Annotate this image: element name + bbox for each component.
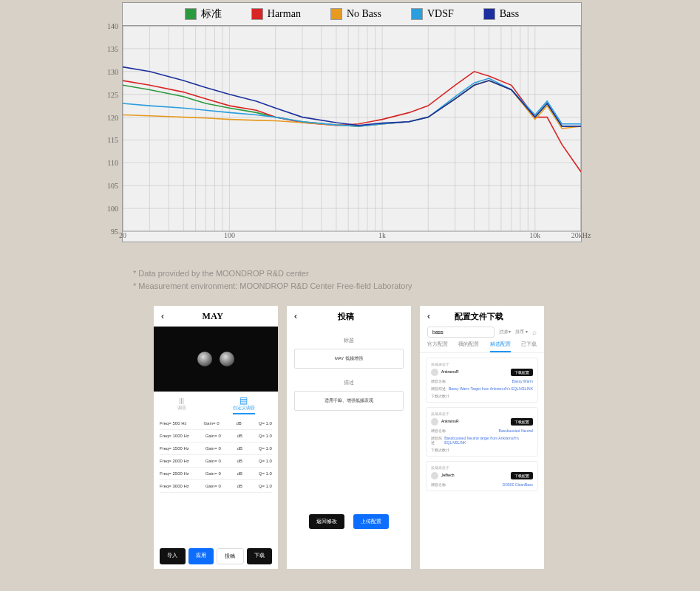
field-label-title: 标题 bbox=[287, 337, 411, 344]
import-button[interactable]: 导入 bbox=[160, 548, 186, 564]
search-input[interactable]: bass bbox=[427, 327, 495, 338]
legend-item: 标准 bbox=[185, 7, 222, 21]
eq-row[interactable]: Freq= 500 HzGain= 0dBQ= 1.0 bbox=[160, 417, 272, 430]
y-tick-label: 120 bbox=[96, 113, 118, 121]
phone-config-download: ‹ 配置文件下载 bass 过滤 ▾ 排序 ▾ ⌕ 官方配置 我的配置 精选配置… bbox=[420, 306, 544, 569]
footnote-line: * Data provided by the MOONDROP R&D cent… bbox=[133, 267, 412, 280]
tab-official[interactable]: 官方配置 bbox=[427, 341, 448, 352]
legend-swatch bbox=[483, 8, 495, 20]
back-edit-button[interactable]: 返回修改 bbox=[309, 514, 344, 529]
app-screenshots: ‹ MAY ⫼ 调音 ▤ 自定义调音 Freq= 500 HzGain= 0dB… bbox=[154, 306, 544, 569]
download-button[interactable]: 下载 bbox=[247, 548, 273, 564]
meta-name-label: 调音名称 bbox=[431, 428, 446, 433]
x-tick-label: 10k bbox=[529, 231, 540, 239]
y-tick-label: 140 bbox=[96, 22, 118, 30]
submit-button[interactable]: 投稿 bbox=[217, 548, 244, 564]
config-card: 投稿来自于AnkramuR下载配置调音名称Bassboosted Neutral… bbox=[426, 407, 538, 457]
eq-row[interactable]: Freq= 2500 HzGain= 0dBQ= 1.0 bbox=[160, 468, 272, 480]
config-cards: 投稿来自于AnkramuR下载配置调音名称Bassy Warm调音简述Bassy… bbox=[420, 358, 544, 491]
legend-label: No Bass bbox=[347, 8, 381, 20]
meta-count-label: 下载次数计 bbox=[431, 448, 449, 452]
avatar bbox=[431, 369, 438, 376]
card-user: Jefftech bbox=[431, 472, 454, 479]
config-tabs: 官方配置 我的配置 精选配置 已下载 bbox=[420, 341, 544, 353]
card-download-button[interactable]: 下载配置 bbox=[511, 418, 533, 426]
gain-value: Gain= 0 bbox=[205, 471, 221, 476]
meta-name-value: Bassy Warm bbox=[512, 379, 533, 383]
y-tick-label: 110 bbox=[96, 159, 118, 167]
legend-swatch bbox=[411, 8, 423, 20]
config-card: 投稿来自于Jefftech下载配置调音名称DD500 CleanBass bbox=[426, 461, 538, 491]
card-download-button[interactable]: 下载配置 bbox=[511, 369, 533, 376]
legend-label: 标准 bbox=[201, 7, 222, 21]
x-tick-label: 1k bbox=[378, 231, 386, 239]
filter-dropdown[interactable]: 过滤 ▾ bbox=[499, 329, 512, 335]
x-tick-label: 20 bbox=[119, 231, 126, 239]
tab-downloaded[interactable]: 已下载 bbox=[521, 341, 537, 352]
x-axis-labels: 201001k10k20kHz bbox=[123, 231, 581, 243]
upload-button[interactable]: 上传配置 bbox=[353, 514, 389, 529]
legend-item: Harman bbox=[251, 8, 301, 20]
meta-name-label: 调音名称 bbox=[431, 379, 446, 383]
meta-count-label: 下载次数计 bbox=[431, 394, 449, 398]
config-card: 投稿来自于AnkramuR下载配置调音名称Bassy Warm调音简述Bassy… bbox=[426, 358, 538, 403]
page-title: 投稿 bbox=[288, 311, 404, 322]
eq-rows: Freq= 500 HzGain= 0dBQ= 1.0Freq= 1000 Hz… bbox=[154, 417, 278, 493]
legend-item: Bass bbox=[483, 8, 519, 20]
freq-value: Freq= 2500 Hz bbox=[160, 471, 189, 476]
desc-input[interactable]: 适用于嗥、增强低频表现 bbox=[294, 391, 404, 411]
phone-submit-form: ‹ 投稿 标题 MAY 低频增强 描述 适用于嗥、增强低频表现 返回修改 上传配… bbox=[287, 306, 411, 569]
frequency-response-chart: 标准HarmanNo BassVDSFBass 9510010511011512… bbox=[122, 2, 582, 242]
chart-legend: 标准HarmanNo BassVDSFBass bbox=[123, 3, 581, 26]
legend-label: Harman bbox=[268, 8, 301, 20]
eq-row[interactable]: Freq= 1000 HzGain= 0dBQ= 1.0 bbox=[160, 430, 272, 443]
sort-dropdown[interactable]: 排序 ▾ bbox=[515, 329, 528, 335]
title-input[interactable]: MAY 低频增强 bbox=[294, 349, 404, 369]
meta-name-value: DD500 CleanBass bbox=[503, 482, 533, 487]
tab-featured[interactable]: 精选配置 bbox=[490, 341, 511, 352]
gain-unit: dB bbox=[237, 459, 242, 463]
gain-value: Gain= 0 bbox=[205, 484, 221, 488]
card-source-label: 投稿来自于 bbox=[431, 411, 533, 416]
eq-row[interactable]: Freq= 3000 HzGain= 0dBQ= 1.0 bbox=[160, 480, 272, 493]
freq-value: Freq= 500 Hz bbox=[160, 421, 187, 426]
legend-label: VDSF bbox=[427, 8, 454, 20]
footnotes: * Data provided by the MOONDROP R&D cent… bbox=[133, 267, 412, 292]
page-title: 配置文件下载 bbox=[421, 311, 537, 322]
legend-item: VDSF bbox=[411, 8, 454, 20]
gain-unit: dB bbox=[237, 421, 242, 426]
card-source-label: 投稿来自于 bbox=[431, 465, 533, 470]
meta-desc-value: Bassboosted Neutral target from Ankramu/… bbox=[444, 436, 533, 445]
gain-value: Gain= 0 bbox=[203, 421, 219, 426]
gain-unit: dB bbox=[237, 446, 242, 451]
gain-value: Gain= 0 bbox=[205, 459, 221, 463]
gain-value: Gain= 0 bbox=[205, 434, 221, 438]
eq-row[interactable]: Freq= 2000 HzGain= 0dBQ= 1.0 bbox=[160, 455, 272, 468]
eq-tabs: ⫼ 调音 ▤ 自定义调音 bbox=[154, 396, 278, 414]
q-value: Q= 1.0 bbox=[259, 484, 272, 488]
legend-swatch bbox=[330, 8, 342, 20]
freq-value: Freq= 1500 Hz bbox=[160, 446, 189, 451]
tab-tuning[interactable]: ⫼ 调音 bbox=[177, 396, 186, 414]
x-tick-label: 100 bbox=[224, 231, 235, 239]
search-icon[interactable]: ⌕ bbox=[532, 328, 537, 336]
card-download-button[interactable]: 下载配置 bbox=[511, 472, 533, 479]
phone-eq-editor: ‹ MAY ⫼ 调音 ▤ 自定义调音 Freq= 500 HzGain= 0dB… bbox=[154, 306, 278, 569]
tab-custom-tuning[interactable]: ▤ 自定义调音 bbox=[233, 396, 255, 414]
meta-name-value: Bassboosted Neutral bbox=[499, 428, 533, 433]
meta-desc-value: Bassy Warm Target from Ankramu/h's EQLIV… bbox=[449, 386, 533, 391]
freq-value: Freq= 1000 Hz bbox=[160, 434, 189, 438]
meta-desc-label: 调音简述 bbox=[431, 436, 444, 445]
eq-row[interactable]: Freq= 1500 HzGain= 0dBQ= 1.0 bbox=[160, 443, 272, 455]
x-tick-label: 20kHz bbox=[571, 231, 591, 239]
svg-rect-0 bbox=[123, 26, 581, 231]
apply-button[interactable]: 应用 bbox=[188, 548, 214, 564]
footnote-line: * Measurement environment: MOONDROP R&D … bbox=[133, 280, 412, 293]
y-tick-label: 135 bbox=[96, 44, 118, 52]
legend-swatch bbox=[185, 8, 197, 20]
meta-desc-label: 调音简述 bbox=[431, 386, 446, 391]
legend-swatch bbox=[251, 8, 263, 20]
tab-mine[interactable]: 我的配置 bbox=[458, 341, 479, 352]
y-tick-label: 95 bbox=[96, 228, 118, 236]
y-tick-label: 115 bbox=[96, 136, 118, 144]
